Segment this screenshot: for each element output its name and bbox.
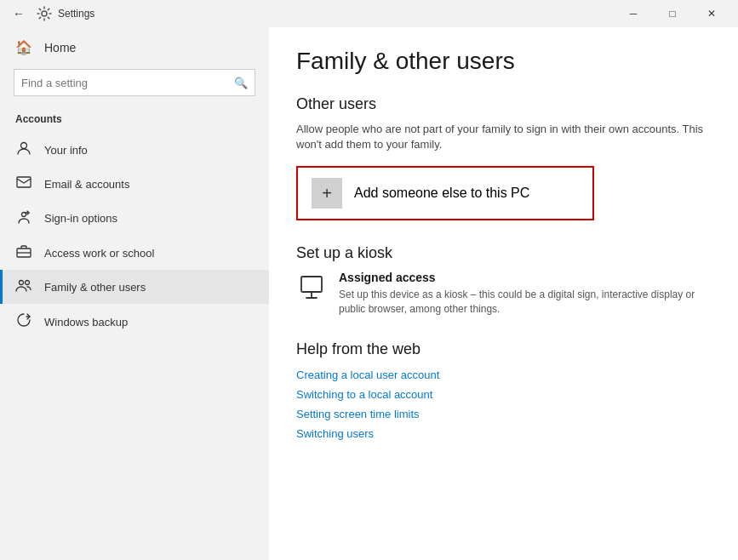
sidebar-item-family-other[interactable]: Family & other users [0, 270, 269, 304]
search-icon: 🔍 [234, 77, 248, 89]
email-accounts-label: Email & accounts [44, 178, 129, 191]
sidebar-item-home[interactable]: 🏠 Home [0, 31, 269, 64]
svg-point-7 [26, 281, 30, 285]
help-link-switching-users[interactable]: Switching users [296, 427, 711, 440]
access-work-icon [15, 244, 32, 261]
app-body: 🏠 Home 🔍 Accounts Your info [0, 27, 738, 560]
family-other-label: Family & other users [44, 281, 146, 294]
your-info-icon [15, 140, 32, 159]
minimize-button[interactable]: ─ [614, 0, 653, 27]
svg-point-1 [21, 143, 27, 149]
sign-in-icon [15, 209, 32, 227]
svg-point-6 [20, 281, 24, 285]
sign-in-options-label: Sign-in options [44, 212, 117, 225]
sidebar-item-windows-backup[interactable]: Windows backup [0, 304, 269, 340]
svg-point-0 [42, 11, 47, 16]
home-label: Home [44, 41, 76, 54]
sidebar-item-email-accounts[interactable]: Email & accounts [0, 168, 269, 200]
add-someone-button[interactable]: + Add someone else to this PC [296, 166, 594, 220]
access-work-label: Access work or school [44, 247, 154, 260]
kiosk-item: Assigned access Set up this device as a … [296, 271, 711, 317]
title-bar: ← Settings ─ □ ✕ [0, 0, 738, 27]
kiosk-assigned-desc: Set up this device as a kiosk – this cou… [339, 288, 711, 317]
settings-icon [36, 5, 53, 22]
backup-icon [15, 312, 32, 331]
kiosk-title: Set up a kiosk [296, 244, 711, 262]
main-content: Family & other users Other users Allow p… [269, 27, 738, 560]
svg-rect-2 [17, 177, 31, 187]
sidebar-item-access-work[interactable]: Access work or school [0, 236, 269, 270]
home-icon: 🏠 [15, 39, 32, 55]
help-link-setting-screen-time[interactable]: Setting screen time limits [296, 408, 711, 420]
svg-rect-8 [301, 277, 322, 292]
help-title: Help from the web [296, 340, 711, 358]
search-box[interactable]: 🔍 [14, 69, 255, 96]
add-button-label: Add someone else to this PC [354, 186, 529, 201]
back-button[interactable]: ← [7, 2, 31, 26]
window-controls: ─ □ ✕ [614, 0, 731, 27]
your-info-label: Your info [44, 144, 88, 157]
kiosk-text: Assigned access Set up this device as a … [339, 271, 711, 317]
help-link-creating-local[interactable]: Creating a local user account [296, 369, 711, 381]
sidebar-item-sign-in-options[interactable]: Sign-in options [0, 200, 269, 236]
kiosk-icon [296, 272, 327, 303]
other-users-desc: Allow people who are not part of your fa… [296, 122, 711, 152]
windows-backup-label: Windows backup [44, 316, 128, 329]
kiosk-assigned-title: Assigned access [339, 271, 711, 284]
search-input[interactable] [21, 77, 234, 89]
plus-icon: + [312, 178, 342, 209]
email-icon [15, 176, 32, 191]
page-title: Family & other users [296, 48, 711, 75]
help-link-switching-local[interactable]: Switching to a local account [296, 388, 711, 401]
sidebar-section-title: Accounts [0, 108, 269, 132]
maximize-button[interactable]: □ [653, 0, 692, 27]
other-users-title: Other users [296, 95, 711, 113]
close-button[interactable]: ✕ [692, 0, 731, 27]
family-icon [15, 278, 32, 295]
app-title: Settings [58, 8, 614, 20]
sidebar: 🏠 Home 🔍 Accounts Your info [0, 27, 269, 560]
sidebar-item-your-info[interactable]: Your info [0, 132, 269, 168]
